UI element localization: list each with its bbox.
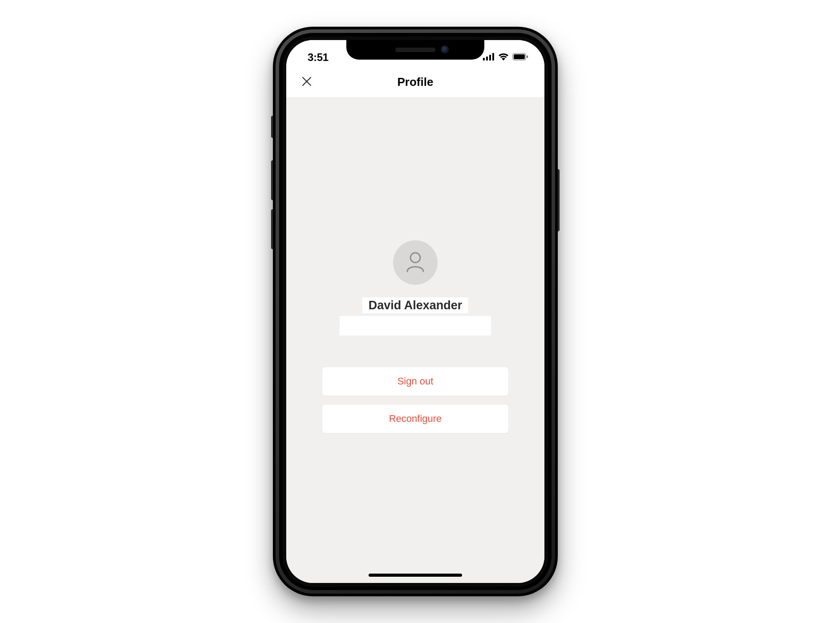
- home-indicator[interactable]: [369, 574, 462, 577]
- navigation-header: Profile: [286, 67, 544, 98]
- username-container: David Alexander: [362, 297, 469, 313]
- page-title: Profile: [398, 75, 434, 89]
- front-camera: [441, 45, 449, 53]
- sign-out-button[interactable]: Sign out: [322, 367, 509, 396]
- phone-device-frame: 3:51: [273, 27, 558, 596]
- speaker-grille: [395, 48, 435, 52]
- sign-out-label: Sign out: [398, 376, 434, 387]
- profile-actions: Sign out Reconfigure: [286, 367, 544, 433]
- svg-point-9: [410, 253, 420, 263]
- profile-content: David Alexander Sign out Reconfigure: [286, 98, 544, 583]
- svg-rect-6: [527, 55, 528, 58]
- close-button[interactable]: [299, 74, 315, 90]
- battery-icon: [512, 53, 528, 62]
- status-time: 3:51: [308, 51, 329, 64]
- wifi-icon: [498, 53, 509, 62]
- profile-name: David Alexander: [369, 299, 463, 312]
- close-icon: [301, 76, 312, 89]
- svg-rect-0: [483, 58, 485, 61]
- reconfigure-button[interactable]: Reconfigure: [322, 404, 509, 433]
- avatar: [393, 240, 438, 285]
- reconfigure-label: Reconfigure: [389, 413, 442, 425]
- cellular-signal-icon: [483, 53, 495, 62]
- svg-rect-2: [489, 55, 491, 61]
- svg-rect-5: [514, 54, 525, 59]
- status-right-cluster: [483, 53, 528, 62]
- person-icon: [403, 249, 428, 276]
- profile-header: David Alexander: [340, 240, 491, 336]
- device-notch: [346, 40, 484, 60]
- svg-rect-3: [492, 53, 494, 61]
- profile-subline: [340, 316, 491, 336]
- phone-screen: 3:51: [286, 40, 544, 583]
- svg-rect-1: [486, 57, 488, 61]
